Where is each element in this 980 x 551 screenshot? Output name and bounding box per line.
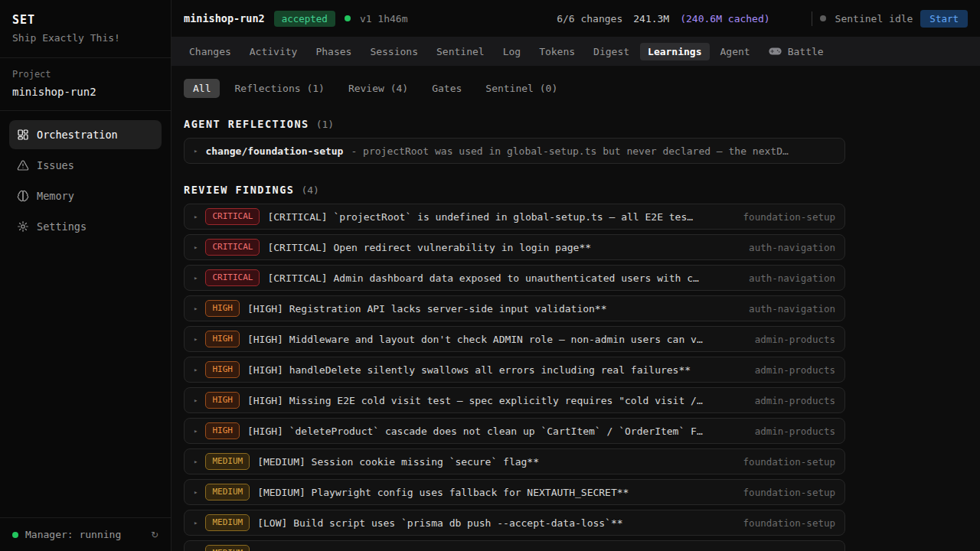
reflection-name: change/foundation-setup — [205, 145, 343, 157]
severity-badge: CRITICAL — [205, 239, 260, 256]
reflection-summary: - projectRoot was used in global-setup.t… — [351, 145, 788, 157]
manager-status-text: Manager: running — [25, 529, 121, 540]
alert-triangle-icon — [17, 159, 29, 171]
finding-title: [HIGH] Missing E2E cold visit test — spe… — [247, 395, 747, 406]
sidebar: SET Ship Exactly This! Project minishop-… — [0, 0, 172, 551]
expand-caret-icon[interactable]: ▸ — [194, 366, 198, 373]
finding-title: [MEDIUM] Session cookie missing `secure`… — [257, 456, 735, 468]
filter-reflections[interactable]: Reflections (1) — [225, 79, 333, 98]
severity-badge: MEDIUM — [205, 514, 250, 532]
logo-block: SET Ship Exactly This! — [0, 0, 171, 57]
tab-changes[interactable]: Changes — [181, 43, 239, 60]
tab-digest[interactable]: Digest — [586, 43, 637, 60]
project-label: Project — [12, 69, 158, 80]
expand-caret-icon[interactable]: ▸ — [194, 427, 198, 435]
tab-agent[interactable]: Agent — [713, 43, 758, 60]
section-count: (4) — [301, 184, 318, 196]
expand-caret-icon[interactable]: ▸ — [194, 274, 198, 282]
severity-badge: CRITICAL — [205, 269, 260, 287]
severity-badge: MEDIUM — [205, 545, 250, 551]
restart-icon[interactable]: ↻ — [151, 530, 158, 540]
filter-all[interactable]: All — [184, 79, 220, 98]
finding-title: [HIGH] Middleware and layout don't check… — [247, 334, 747, 345]
expand-caret-icon[interactable]: ▸ — [194, 519, 198, 527]
manager-status-bar: Manager: running ↻ — [0, 517, 171, 551]
severity-badge: HIGH — [205, 331, 240, 348]
severity-badge: MEDIUM — [205, 484, 250, 501]
run-title: minishop-run2 — [184, 12, 265, 24]
finding-item[interactable]: ▸ HIGH [HIGH] Missing E2E cold visit tes… — [184, 387, 845, 413]
tab-battle[interactable]: Battle — [761, 43, 831, 60]
manager-status-dot — [12, 532, 18, 538]
finding-item[interactable]: ▸ MEDIUM — [184, 540, 845, 551]
finding-change-tag: admin-products — [755, 364, 835, 376]
finding-item[interactable]: ▸ MEDIUM [LOW] Build script uses `prisma… — [184, 510, 845, 536]
expand-caret-icon[interactable]: ▸ — [194, 335, 198, 343]
finding-item[interactable]: ▸ CRITICAL [CRITICAL] `projectRoot` is u… — [184, 204, 845, 230]
finding-change-tag: admin-products — [755, 395, 835, 406]
run-status-dot — [345, 15, 351, 21]
finding-item[interactable]: ▸ CRITICAL [CRITICAL] Open redirect vuln… — [184, 234, 845, 260]
finding-item[interactable]: ▸ HIGH [HIGH] `deleteProduct` cascade do… — [184, 418, 845, 444]
expand-caret-icon[interactable]: ▸ — [194, 458, 198, 465]
severity-badge: CRITICAL — [205, 208, 260, 226]
sidebar-item-memory[interactable]: Memory — [9, 181, 162, 210]
expand-caret-icon[interactable]: ▸ — [194, 396, 198, 404]
cached-tokens: (240.6M cached) — [680, 13, 769, 24]
finding-change-tag: admin-products — [755, 334, 835, 345]
gear-icon — [17, 220, 29, 233]
finding-item[interactable]: ▸ HIGH [HIGH] Middleware and layout don'… — [184, 326, 845, 352]
expand-caret-icon[interactable]: ▸ — [194, 243, 198, 251]
finding-change-tag: foundation-setup — [743, 487, 835, 498]
severity-badge: HIGH — [205, 392, 240, 409]
brain-icon — [17, 190, 29, 202]
finding-change-tag: foundation-setup — [743, 211, 835, 223]
app-tagline: Ship Exactly This! — [12, 32, 158, 44]
findings-section-header: REVIEW FINDINGS (4) — [184, 184, 968, 196]
sidebar-item-settings[interactable]: Settings — [9, 212, 162, 241]
expand-caret-icon[interactable]: ▸ — [194, 147, 198, 155]
finding-title: [MEDIUM] Playwright config uses fallback… — [257, 487, 735, 498]
expand-caret-icon[interactable]: ▸ — [194, 305, 198, 312]
finding-title: [HIGH] `deleteProduct` cascade does not … — [247, 425, 747, 437]
sidebar-item-label: Orchestration — [37, 129, 118, 141]
tab-phases[interactable]: Phases — [308, 43, 359, 60]
expand-caret-icon[interactable]: ▸ — [194, 213, 198, 220]
finding-change-tag: admin-products — [755, 425, 835, 437]
expand-caret-icon[interactable]: ▸ — [194, 488, 198, 496]
header-divider — [812, 11, 812, 26]
severity-badge: HIGH — [205, 300, 240, 318]
tab-sentinel[interactable]: Sentinel — [429, 43, 492, 60]
sentinel-start-button[interactable]: Start — [920, 10, 968, 28]
finding-change-tag: foundation-setup — [743, 456, 835, 468]
tab-bar: Changes Activity Phases Sessions Sentine… — [172, 37, 980, 66]
sentinel-status-dot — [820, 15, 826, 21]
severity-badge: MEDIUM — [205, 453, 250, 471]
filter-gates[interactable]: Gates — [423, 79, 471, 98]
finding-item[interactable]: ▸ MEDIUM [MEDIUM] Session cookie missing… — [184, 448, 845, 474]
reflection-item[interactable]: ▸ change/foundation-setup - projectRoot … — [184, 138, 845, 164]
tab-activity[interactable]: Activity — [242, 43, 305, 60]
finding-item[interactable]: ▸ HIGH [HIGH] Registration API lacks ser… — [184, 295, 845, 321]
finding-item[interactable]: ▸ MEDIUM [MEDIUM] Playwright config uses… — [184, 479, 845, 505]
filter-review[interactable]: Review (4) — [339, 79, 417, 98]
finding-title: [CRITICAL] Admin dashboard data exposed … — [267, 272, 741, 284]
tab-learnings[interactable]: Learnings — [640, 43, 709, 60]
finding-item[interactable]: ▸ HIGH [HIGH] handleDelete silently swal… — [184, 357, 845, 383]
sidebar-nav: Orchestration Issues Memory Settings — [0, 111, 171, 250]
filter-sentinel[interactable]: Sentinel (0) — [476, 79, 567, 98]
dashboard-grid-icon — [17, 129, 29, 141]
sidebar-item-label: Issues — [37, 159, 74, 171]
token-total: 241.3M — [633, 13, 669, 24]
severity-badge: HIGH — [205, 422, 240, 440]
tab-tokens[interactable]: Tokens — [531, 43, 583, 60]
reflections-list: ▸ change/foundation-setup - projectRoot … — [184, 138, 845, 164]
sidebar-item-issues[interactable]: Issues — [9, 151, 162, 180]
reflections-section-header: AGENT REFLECTIONS (1) — [184, 118, 968, 130]
sidebar-item-orchestration[interactable]: Orchestration — [9, 120, 162, 149]
finding-title: [HIGH] Registration API lacks server-sid… — [247, 303, 741, 315]
finding-item[interactable]: ▸ CRITICAL [CRITICAL] Admin dashboard da… — [184, 265, 845, 291]
learnings-content: All Reflections (1) Review (4) Gates Sen… — [172, 66, 980, 551]
tab-log[interactable]: Log — [495, 43, 528, 60]
tab-sessions[interactable]: Sessions — [362, 43, 426, 60]
